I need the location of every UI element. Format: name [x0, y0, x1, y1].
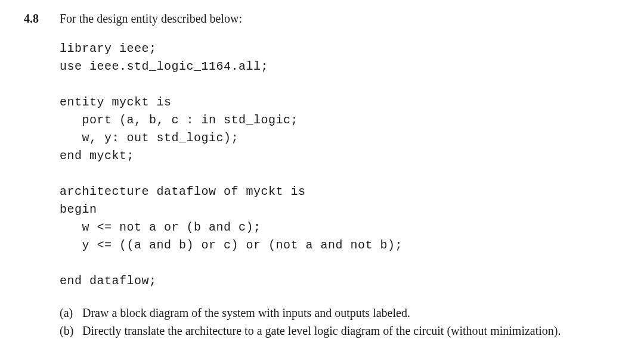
exercise-number: 4.8: [24, 12, 60, 26]
question-label: (a): [60, 304, 82, 321]
code-listing: library ieee; use ieee.std_logic_1164.al…: [60, 40, 620, 290]
exercise-intro: For the design entity described below:: [60, 12, 620, 26]
question-text: Draw a block diagram of the system with …: [82, 304, 620, 321]
question-text: Directly translate the architecture to a…: [82, 322, 620, 339]
question-label: (b): [60, 322, 82, 339]
question-item-b: (b) Directly translate the architecture …: [60, 322, 620, 339]
exercise-block: 4.8 For the design entity described belo…: [24, 12, 620, 340]
exercise-body: For the design entity described below: l…: [60, 12, 620, 340]
question-item-a: (a) Draw a block diagram of the system w…: [60, 304, 620, 321]
question-list: (a) Draw a block diagram of the system w…: [60, 304, 620, 339]
